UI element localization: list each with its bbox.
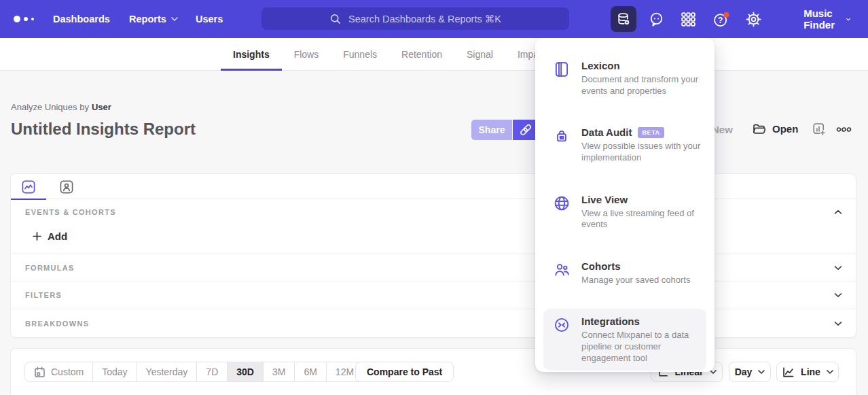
range-custom[interactable]: Custom <box>25 362 93 381</box>
range-30d[interactable]: 30D <box>228 362 264 381</box>
eyebrow-label: Analyze Uniques by <box>11 102 89 112</box>
lexicon-title: Lexicon <box>581 60 620 71</box>
tab-funnels[interactable]: Funnels <box>331 38 389 71</box>
chevron-down-icon[interactable] <box>834 321 842 326</box>
section-formulas[interactable]: FORMULAS <box>11 254 856 281</box>
chart-type-select[interactable]: Line <box>776 362 839 382</box>
data-audit-desc: View possible issues with your implement… <box>581 141 701 163</box>
more-options-button[interactable] <box>836 126 852 133</box>
tab-events-chart[interactable] <box>11 174 46 199</box>
open-report-button[interactable]: Open <box>752 122 798 136</box>
menu-item-text: Data Audit BETA View possible issues wit… <box>581 126 701 163</box>
share-button-group: Share <box>471 120 539 140</box>
integrations-desc: Connect Mixpanel to a data pipeline or c… <box>581 330 701 364</box>
chevron-down-icon[interactable] <box>834 265 842 271</box>
cohorts-title: Cohorts <box>581 260 621 272</box>
range-today-label: Today <box>102 366 127 377</box>
section-filters[interactable]: FILTERS <box>11 281 856 309</box>
range-7d[interactable]: 7D <box>197 362 228 381</box>
share-button[interactable]: Share <box>471 120 512 140</box>
range-custom-label: Custom <box>51 366 84 377</box>
folder-icon <box>752 122 766 136</box>
chevron-down-icon <box>171 17 178 21</box>
menu-item-text: Cohorts Manage your saved cohorts <box>581 260 701 286</box>
apps-grid-icon <box>681 12 696 27</box>
messages-button[interactable] <box>649 12 665 28</box>
beta-badge: BETA <box>638 127 664 138</box>
project-name: Music Finder <box>803 7 838 31</box>
compare-to-past-button[interactable]: Compare to Past <box>355 362 454 382</box>
breakdowns-label: BREAKDOWNS <box>25 320 89 328</box>
nav-users[interactable]: Users <box>196 0 223 38</box>
formulas-label: FORMULAS <box>25 264 75 272</box>
messages-icon <box>649 12 664 27</box>
menu-item-text: Integrations Connect Mixpanel to a data … <box>581 315 701 364</box>
add-to-board-button[interactable] <box>812 122 826 136</box>
range-yesterday[interactable]: Yesterday <box>137 362 198 381</box>
tab-signal[interactable]: Signal <box>454 38 505 71</box>
tab-signal-label: Signal <box>467 49 493 60</box>
range-yesterday-label: Yesterday <box>146 366 188 377</box>
apps-grid-button[interactable] <box>681 12 697 28</box>
tab-flows-label: Flows <box>294 49 319 60</box>
chevron-down-icon <box>758 370 765 374</box>
settings-button[interactable] <box>746 12 762 28</box>
menu-item-text: Lexicon Document and transform your even… <box>581 60 701 97</box>
chart-toolbar-card: Custom Today Yesterday 7D 30D 3M 6M 12M … <box>10 348 856 395</box>
analysis-eyebrow: Analyze Uniques byUser <box>11 102 111 112</box>
tab-user-profiles[interactable] <box>49 174 84 199</box>
page-title[interactable]: Untitled Insights Report <box>11 120 196 139</box>
new-report-button[interactable]: New <box>712 124 733 135</box>
plus-icon <box>33 232 41 241</box>
events-add-row: Add <box>11 225 856 254</box>
help-icon: ? <box>712 12 729 29</box>
tab-retention[interactable]: Retention <box>389 38 454 71</box>
range-12m-label: 12M <box>336 366 354 377</box>
chart-type-label: Line <box>801 366 820 377</box>
interval-select[interactable]: Day <box>729 362 771 382</box>
book-icon <box>553 61 571 78</box>
tab-insights[interactable]: Insights <box>221 38 282 71</box>
range-7d-label: 7D <box>206 366 218 377</box>
add-to-board-icon <box>812 122 826 136</box>
section-events-cohorts[interactable]: EVENTS & COHORTS <box>11 199 856 225</box>
search-input[interactable]: Search Dashboards & Reports ⌘K <box>261 7 569 30</box>
nav-dashboards[interactable]: Dashboards <box>53 0 110 38</box>
profile-tab-icon <box>60 180 73 194</box>
range-3m[interactable]: 3M <box>264 362 295 381</box>
menu-item-data-audit[interactable]: Data Audit BETA View possible issues wit… <box>543 120 706 170</box>
range-today[interactable]: Today <box>93 362 137 381</box>
report-tabbar: Insights Flows Funnels Retention Signal … <box>0 38 868 71</box>
eyebrow-value[interactable]: User <box>92 102 111 112</box>
nav-dashboards-label: Dashboards <box>53 14 110 24</box>
tab-funnels-label: Funnels <box>343 49 377 60</box>
section-breakdowns[interactable]: BREAKDOWNS <box>11 309 856 337</box>
help-button[interactable]: ? <box>712 12 729 28</box>
data-management-button[interactable] <box>611 6 636 32</box>
chevron-up-icon[interactable] <box>834 209 842 215</box>
menu-item-integrations[interactable]: Integrations Connect Mixpanel to a data … <box>543 309 706 371</box>
cohorts-desc: Manage your saved cohorts <box>581 275 701 286</box>
nav-reports[interactable]: Reports <box>129 0 178 38</box>
nav-users-label: Users <box>196 14 223 24</box>
menu-item-live-view[interactable]: Live View View a live streaming feed of … <box>543 187 706 237</box>
project-switcher[interactable]: Music Finder <box>803 0 850 38</box>
menu-item-cohorts[interactable]: Cohorts Manage your saved cohorts <box>543 254 706 293</box>
menu-item-lexicon[interactable]: Lexicon Document and transform your even… <box>543 53 706 103</box>
data-management-icon <box>616 12 631 27</box>
events-cohorts-label: EVENTS & COHORTS <box>25 208 116 216</box>
range-6m-label: 6M <box>304 366 317 377</box>
mixpanel-logo-icon[interactable] <box>14 0 34 38</box>
add-event-button[interactable]: Add <box>33 230 67 242</box>
chevron-down-icon[interactable] <box>834 292 842 298</box>
svg-text:?: ? <box>718 16 723 25</box>
tab-flows[interactable]: Flows <box>282 38 331 71</box>
add-label: Add <box>48 230 67 242</box>
more-options-icon <box>836 126 852 133</box>
chevron-down-icon <box>846 17 850 22</box>
tab-retention-label: Retention <box>401 49 442 60</box>
live-view-title: Live View <box>581 194 628 205</box>
query-builder-card: EVENTS & COHORTS Add FORMULAS FILTERS BR… <box>10 173 856 338</box>
search-icon <box>329 13 342 25</box>
range-6m[interactable]: 6M <box>295 362 326 381</box>
